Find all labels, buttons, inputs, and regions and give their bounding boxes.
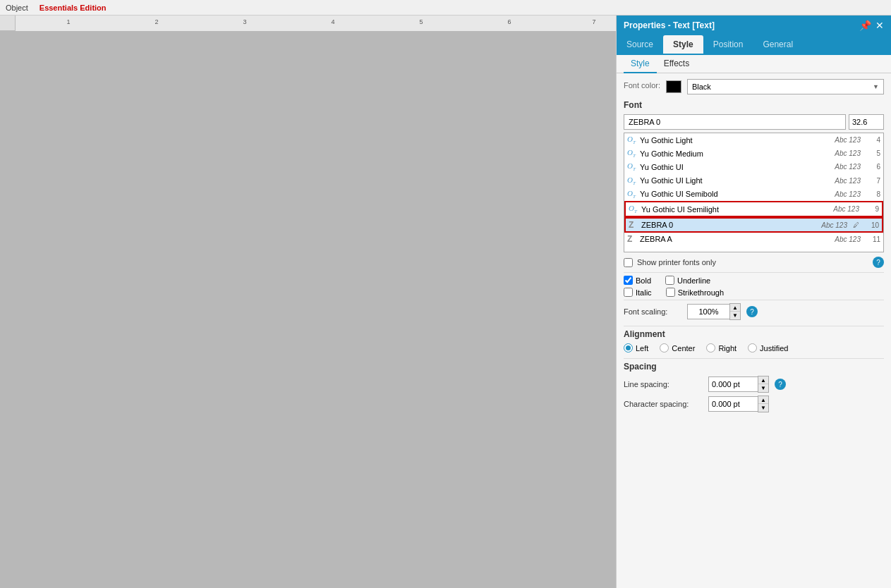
font-preview-8: Abc 123 [835, 235, 861, 243]
font-icon-z-1: Z [629, 220, 638, 230]
font-list-item-zebraa[interactable]: Z ZEBRA A Abc 123 11 [624, 233, 883, 245]
ruler-horizontal: 1 2 3 4 5 6 7 [16, 16, 616, 31]
sub-tab-style[interactable]: Style [624, 55, 657, 73]
spacing-section: Spacing Line spacing: ▲ ▼ ? [624, 362, 884, 412]
align-left-radio[interactable] [624, 343, 633, 353]
tab-style[interactable]: Style [663, 35, 703, 54]
color-swatch[interactable] [666, 80, 681, 93]
font-icon-z-2: Z [627, 234, 637, 244]
top-bar: Object Essentials Edition [0, 0, 891, 16]
ruler-mark-7: 7 [592, 18, 595, 25]
pin-icon[interactable]: 📌 [859, 20, 871, 31]
font-size-input[interactable] [849, 114, 884, 130]
font-list-item-yu-gothic-ui-semilight[interactable]: OT Yu Gothic UI Semilight Abc 123 9 [624, 201, 883, 217]
ruler-mark-6: 6 [507, 18, 511, 25]
tab-position[interactable]: Position [703, 35, 753, 54]
close-panel-icon[interactable]: ✕ [875, 20, 884, 31]
font-name-6: Yu Gothic UI Semilight [641, 205, 830, 214]
font-name-input[interactable] [624, 114, 846, 130]
align-center[interactable]: Center [660, 343, 695, 353]
font-icon-ot-5: OT [627, 189, 637, 200]
char-spacing-spinners: ▲ ▼ [758, 396, 769, 412]
font-num-5: 8 [866, 190, 880, 198]
font-name-7: ZEBRA 0 [641, 221, 818, 229]
font-icon-ot-1: OT [627, 135, 637, 145]
bold-check: Bold [624, 276, 651, 285]
help-icon-line-spacing[interactable]: ? [775, 379, 786, 390]
font-icon-ot-6: OT [629, 204, 638, 214]
font-preview-1: Abc 123 [835, 136, 861, 144]
font-num-4: 7 [866, 177, 880, 185]
font-preview-6: Abc 123 [833, 205, 859, 213]
italic-label: Italic [636, 288, 652, 297]
char-spacing-row: Character spacing: ▲ ▼ [624, 396, 884, 412]
align-center-radio[interactable] [660, 343, 669, 353]
align-right[interactable]: Right [706, 343, 737, 353]
properties-panel: Properties - Text [Text] 📌 ✕ Source Styl… [616, 16, 891, 588]
help-icon-scaling[interactable]: ? [746, 306, 758, 317]
line-spacing-down[interactable]: ▼ [758, 384, 768, 392]
char-spacing-label: Character spacing: [624, 400, 708, 408]
ruler-corner [0, 16, 16, 31]
printer-fonts-label: Show printer fonts only [637, 258, 716, 267]
font-list[interactable]: OT Yu Gothic Light Abc 123 4 OT Yu Gothi… [624, 133, 884, 252]
panel-header: Properties - Text [Text] 📌 ✕ [617, 16, 891, 35]
color-dropdown[interactable]: Black ▼ [687, 79, 884, 94]
line-spacing-input[interactable] [708, 376, 758, 392]
alignment-section: Alignment Left Center [624, 329, 884, 353]
font-scaling-up[interactable]: ▲ [730, 304, 740, 312]
font-list-item-yu-gothic-ui-light[interactable]: OT Yu Gothic UI Light Abc 123 7 [624, 174, 883, 188]
alignment-title: Alignment [624, 329, 884, 339]
panel-title: Properties - Text [Text] [624, 20, 715, 30]
line-spacing-spinners: ▲ ▼ [758, 376, 769, 393]
printer-fonts-row: Show printer fonts only ? [624, 257, 884, 268]
char-spacing-input[interactable] [708, 396, 758, 412]
line-spacing-label: Line spacing: [624, 380, 708, 388]
strikethrough-checkbox[interactable] [666, 288, 675, 297]
align-left[interactable]: Left [624, 343, 648, 353]
menu-object[interactable]: Object [6, 4, 28, 12]
align-left-label: Left [636, 344, 648, 353]
font-num-6: 9 [865, 205, 879, 213]
align-justified-radio[interactable] [748, 343, 757, 353]
divider-2 [624, 300, 884, 300]
font-row [624, 114, 884, 130]
font-list-item-yu-gothic-medium[interactable]: OT Yu Gothic Medium Abc 123 5 [624, 147, 883, 160]
line-spacing-up[interactable]: ▲ [758, 376, 768, 384]
line-spacing-input-group: ▲ ▼ [708, 376, 769, 393]
font-list-item-yu-gothic-light[interactable]: OT Yu Gothic Light Abc 123 4 [624, 133, 883, 147]
font-name-8: ZEBRA A [640, 235, 832, 243]
bold-checkbox[interactable] [624, 276, 633, 285]
font-list-item-zebra0[interactable]: Z ZEBRA 0 Abc 123 🖊 10 [624, 217, 883, 233]
spacing-title: Spacing [624, 362, 884, 372]
tab-general[interactable]: General [753, 35, 803, 54]
strikethrough-check: Strikethrough [666, 288, 724, 297]
font-icon-ot-3: OT [627, 161, 637, 172]
font-list-item-yu-gothic-ui-semibold[interactable]: OT Yu Gothic UI Semibold Abc 123 8 [624, 188, 883, 201]
font-preview-2: Abc 123 [835, 149, 861, 157]
font-scaling-input[interactable] [687, 304, 729, 319]
menu-edition[interactable]: Essentials Edition [40, 4, 107, 12]
panel-main-tabs: Source Style Position General [617, 35, 891, 55]
italic-checkbox[interactable] [624, 288, 633, 297]
help-icon-printer-fonts[interactable]: ? [873, 257, 884, 268]
divider-1 [624, 272, 884, 273]
align-justified[interactable]: Justified [748, 343, 788, 353]
printer-fonts-checkbox[interactable] [624, 258, 633, 267]
panel-content: Style Effects Font color: Black ▼ Font [617, 55, 891, 588]
tab-source[interactable]: Source [617, 35, 663, 54]
font-icon-ot-2: OT [627, 148, 637, 159]
canvas-wrapper: 1 2 3 4 5 6 7 [0, 16, 616, 31]
divider-4 [624, 358, 884, 359]
font-list-item-yu-gothic-ui[interactable]: OT Yu Gothic UI Abc 123 6 [624, 160, 883, 173]
font-scaling-label: Font scaling: [624, 307, 687, 316]
char-spacing-up[interactable]: ▲ [758, 396, 768, 404]
font-scaling-row: Font scaling: ▲ ▼ ? [624, 303, 884, 320]
sub-tab-effects[interactable]: Effects [657, 55, 696, 73]
font-scaling-down[interactable]: ▼ [730, 312, 740, 319]
underline-checkbox[interactable] [665, 276, 674, 285]
char-spacing-down[interactable]: ▼ [758, 404, 768, 412]
font-color-section: Font color: Black ▼ Font [617, 73, 891, 424]
align-right-radio[interactable] [706, 343, 715, 353]
main-layout: 1 2 3 4 5 6 7 [0, 16, 891, 588]
